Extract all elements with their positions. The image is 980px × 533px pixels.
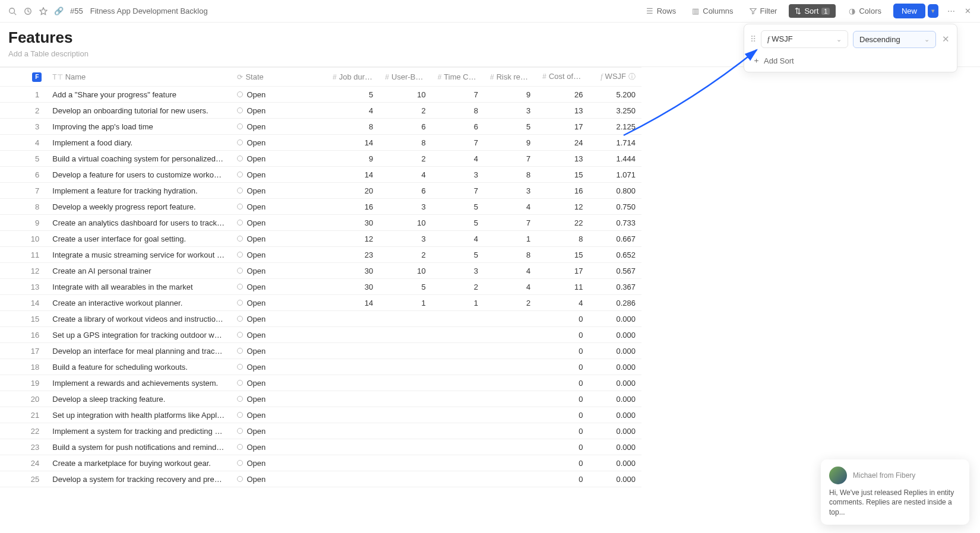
cell-name[interactable]: Set up a GPS integration for tracking ou… (46, 327, 231, 343)
table-row[interactable]: 24Create a marketplace for buying workou… (0, 455, 641, 471)
rows-button[interactable]: ☰Rows (642, 4, 680, 18)
cell-risk-reduction[interactable] (484, 375, 536, 391)
table-row[interactable]: 12Create an AI personal trainerOpen30103… (0, 263, 641, 279)
cell-duration[interactable] (327, 359, 379, 375)
cell-name[interactable]: Develop a feature for users to customize… (46, 167, 231, 183)
cell-risk-reduction[interactable]: 3 (484, 183, 536, 199)
cell-risk-reduction[interactable]: 4 (484, 279, 536, 295)
breadcrumb-title[interactable]: Fitness App Development Backlog (90, 7, 208, 15)
cell-time-critical[interactable] (432, 407, 484, 423)
cell-name[interactable]: Develop a sleep tracking feature. (46, 391, 231, 407)
cell-user-business[interactable]: 10 (379, 87, 431, 103)
col-wsjf[interactable]: fWSJFⓘ (589, 68, 641, 87)
new-button[interactable]: New (893, 4, 925, 18)
star-icon[interactable] (39, 7, 48, 15)
cell-duration[interactable]: 8 (327, 119, 379, 135)
cell-risk-reduction[interactable] (484, 471, 536, 487)
cell-state[interactable]: Open (231, 471, 327, 487)
cell-state[interactable]: Open (231, 439, 327, 455)
cell-state[interactable]: Open (231, 311, 327, 327)
cell-cost[interactable]: 4 (536, 295, 589, 311)
cell-state[interactable]: Open (231, 87, 327, 103)
cell-wsjf[interactable]: 0.000 (589, 407, 641, 423)
remove-sort-button[interactable]: ✕ (941, 34, 951, 45)
cell-state[interactable]: Open (231, 231, 327, 247)
cell-wsjf[interactable]: 0.800 (589, 183, 641, 199)
cell-name[interactable]: Set up integration with health platforms… (46, 407, 231, 423)
cell-time-critical[interactable]: 7 (432, 135, 484, 151)
cell-state[interactable]: Open (231, 167, 327, 183)
table-row[interactable]: 15Create a library of workout videos and… (0, 311, 641, 327)
cell-time-critical[interactable]: 8 (432, 103, 484, 119)
table-row[interactable]: 22Implement a system for tracking and pr… (0, 423, 641, 439)
cell-duration[interactable] (327, 391, 379, 407)
cell-user-business[interactable] (379, 455, 431, 471)
cell-state[interactable]: Open (231, 375, 327, 391)
cell-state[interactable]: Open (231, 215, 327, 231)
table-row[interactable]: 19Implement a rewards and achievements s… (0, 375, 641, 391)
cell-cost[interactable]: 24 (536, 135, 589, 151)
cell-duration[interactable]: 14 (327, 295, 379, 311)
link-icon[interactable]: 🔗 (55, 7, 63, 15)
cell-name[interactable]: Implement a system for tracking and pred… (46, 423, 231, 439)
info-icon[interactable]: ⓘ (628, 72, 636, 81)
cell-duration[interactable] (327, 343, 379, 359)
cell-state[interactable]: Open (231, 423, 327, 439)
cell-wsjf[interactable]: 0.000 (589, 343, 641, 359)
cell-name[interactable]: Build a system for push notifications an… (46, 439, 231, 455)
cell-duration[interactable]: 14 (327, 167, 379, 183)
cell-duration[interactable]: 14 (327, 135, 379, 151)
cell-name[interactable]: Create a library of workout videos and i… (46, 311, 231, 327)
cell-user-business[interactable] (379, 391, 431, 407)
col-risk-reduction[interactable]: #Risk reducti... (484, 68, 536, 87)
cell-risk-reduction[interactable]: 4 (484, 263, 536, 279)
cell-wsjf[interactable]: 0.286 (589, 295, 641, 311)
cell-duration[interactable] (327, 327, 379, 343)
col-duration[interactable]: #Job duratio... (327, 68, 379, 87)
table-row[interactable]: 13Integrate with all wearables in the ma… (0, 279, 641, 295)
cell-user-business[interactable]: 8 (379, 135, 431, 151)
cell-user-business[interactable] (379, 439, 431, 455)
colors-button[interactable]: ◑Colors (844, 4, 885, 18)
cell-wsjf[interactable]: 0.000 (589, 391, 641, 407)
table-row[interactable]: 1Add a "Share your progress" featureOpen… (0, 87, 641, 103)
cell-duration[interactable]: 12 (327, 231, 379, 247)
cell-state[interactable]: Open (231, 407, 327, 423)
cell-cost[interactable]: 0 (536, 439, 589, 455)
sort-direction-select[interactable]: Descending ⌄ (853, 31, 936, 48)
cell-cost[interactable]: 15 (536, 167, 589, 183)
new-dropdown-button[interactable]: ▾ (928, 4, 938, 18)
clock-icon[interactable] (24, 7, 32, 15)
cell-time-critical[interactable] (432, 471, 484, 487)
cell-duration[interactable]: 30 (327, 215, 379, 231)
cell-duration[interactable]: 5 (327, 87, 379, 103)
cell-name[interactable]: Develop an interface for meal planning a… (46, 343, 231, 359)
cell-wsjf[interactable]: 0.652 (589, 247, 641, 263)
cell-time-critical[interactable]: 5 (432, 247, 484, 263)
cell-wsjf[interactable]: 3.250 (589, 103, 641, 119)
cell-user-business[interactable]: 2 (379, 151, 431, 167)
cell-risk-reduction[interactable]: 5 (484, 119, 536, 135)
cell-user-business[interactable]: 3 (379, 231, 431, 247)
cell-state[interactable]: Open (231, 279, 327, 295)
cell-cost[interactable]: 0 (536, 471, 589, 487)
cell-time-critical[interactable] (432, 455, 484, 471)
cell-wsjf[interactable]: 0.367 (589, 279, 641, 295)
cell-name[interactable]: Develop an onboarding tutorial for new u… (46, 103, 231, 119)
cell-cost[interactable]: 0 (536, 423, 589, 439)
cell-time-critical[interactable]: 7 (432, 183, 484, 199)
cell-user-business[interactable]: 4 (379, 167, 431, 183)
cell-wsjf[interactable]: 0.000 (589, 311, 641, 327)
cell-wsjf[interactable]: 0.567 (589, 263, 641, 279)
cell-duration[interactable] (327, 455, 379, 471)
cell-name[interactable]: Implement a feature for tracking hydrati… (46, 183, 231, 199)
cell-risk-reduction[interactable]: 3 (484, 103, 536, 119)
cell-user-business[interactable]: 10 (379, 263, 431, 279)
cell-state[interactable]: Open (231, 455, 327, 471)
cell-time-critical[interactable]: 7 (432, 87, 484, 103)
col-state[interactable]: ⟳State (231, 68, 327, 87)
cell-name[interactable]: Integrate a music streaming service for … (46, 247, 231, 263)
cell-wsjf[interactable]: 5.200 (589, 87, 641, 103)
filter-button[interactable]: Filter (745, 4, 781, 18)
cell-risk-reduction[interactable] (484, 407, 536, 423)
